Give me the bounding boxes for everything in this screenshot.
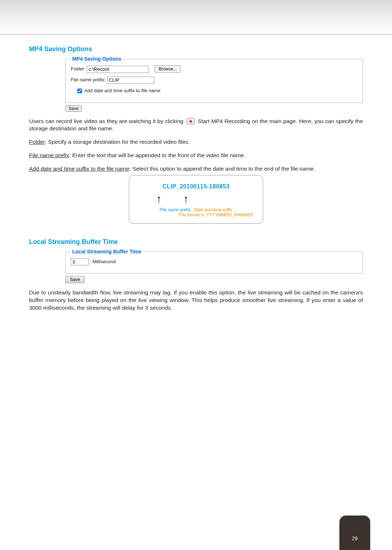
arrow-up-icon: ↑ xyxy=(183,193,189,204)
caption-suffix: Date and time suffix xyxy=(194,207,232,212)
arrow-up-icon: ↑ xyxy=(156,193,162,204)
desc-folder-rest: : Specify a storage destination for the … xyxy=(45,139,190,145)
desc-prefix-rest: : Enter the text that will be appended t… xyxy=(69,152,245,158)
buffer-fieldset: Local Streaming Buffer Time Millisecond xyxy=(65,249,363,274)
folder-input[interactable] xyxy=(87,66,148,73)
desc-suffix: Add date and time suffix to the file nam… xyxy=(29,165,363,173)
desc-suffix-u: Add date and time suffix to the file nam… xyxy=(29,166,129,172)
desc-prefix: File name prefix: Enter the text that wi… xyxy=(29,152,363,159)
suffix-row: Add date and time suffix to file name xyxy=(71,87,358,94)
desc-suffix-rest: : Select this option to append the date … xyxy=(129,166,315,172)
prefix-input[interactable] xyxy=(107,77,154,84)
mp4-heading: MP4 Saving Options xyxy=(29,45,363,53)
prefix-label: File name prefix: xyxy=(71,77,106,82)
desc-folder-u: Folder xyxy=(29,139,45,145)
filename-example-box: CLIP_20100115-180853 ↑ ↑ File name prefi… xyxy=(129,175,263,224)
buffer-save-button[interactable]: Save xyxy=(65,276,85,283)
buffer-input[interactable] xyxy=(71,258,89,265)
example-filename: CLIP_20100115-180853 xyxy=(136,183,256,190)
mp4-save-button[interactable]: Save xyxy=(65,105,82,112)
browse-button[interactable]: Browse... xyxy=(155,65,181,73)
arrow-row: ↑ ↑ xyxy=(136,193,256,204)
page-number: 29 xyxy=(352,535,358,541)
buffer-heading: Local Streaming Buffer Time xyxy=(29,238,363,246)
record-icon xyxy=(187,118,195,125)
desc-prefix-u: File name prefix xyxy=(29,152,69,158)
mp4-fieldset: MP4 Saving Options Folder: Browse... Fil… xyxy=(65,56,363,103)
caption-format: The format is: YYYYMMDD_HHMMSS xyxy=(179,212,253,217)
caption-row: File name prefix Date and time suffix Th… xyxy=(136,207,256,217)
suffix-checkbox-label: Add date and time suffix to file name xyxy=(84,88,160,93)
page-header-band xyxy=(0,0,392,34)
page-number-tab: 29 xyxy=(339,516,370,550)
page-content: MP4 Saving Options MP4 Saving Options Fo… xyxy=(0,34,392,312)
desc-recording: Users can record live video as they are … xyxy=(29,118,363,133)
desc-folder: Folder: Specify a storage destination fo… xyxy=(29,138,363,146)
mp4-legend: MP4 Saving Options xyxy=(71,56,123,62)
prefix-row: File name prefix: xyxy=(71,77,358,84)
buffer-legend: Local Streaming Buffer Time xyxy=(71,249,143,254)
suffix-checkbox[interactable] xyxy=(77,89,82,93)
desc-recording-pre: Users can record live video as they are … xyxy=(29,118,185,124)
caption-prefix: File name prefix xyxy=(160,207,191,212)
buffer-row: Millisecond xyxy=(71,258,358,265)
folder-row: Folder: Browse... xyxy=(71,65,358,73)
desc-buffer: Due to unsteady bandwidth flow, live str… xyxy=(29,289,363,312)
folder-label: Folder: xyxy=(71,66,85,72)
buffer-unit: Millisecond xyxy=(93,259,116,264)
